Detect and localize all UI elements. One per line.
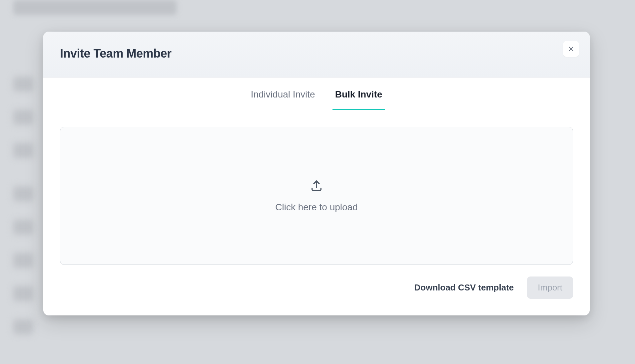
modal-footer: Download CSV template Import [43,276,590,315]
tab-bulk-invite[interactable]: Bulk Invite [335,78,382,110]
modal-header: Invite Team Member [43,32,590,78]
modal-title: Invite Team Member [60,47,573,61]
upload-dropzone[interactable]: Click here to upload [60,127,573,265]
tabs-container: Individual Invite Bulk Invite [43,78,590,110]
close-button[interactable] [563,41,579,57]
download-csv-template-link[interactable]: Download CSV template [414,282,514,293]
close-icon [567,45,575,53]
upload-icon [310,179,323,193]
import-button[interactable]: Import [527,276,573,299]
modal-body: Click here to upload [43,110,590,276]
upload-text: Click here to upload [275,202,357,213]
invite-team-member-modal: Invite Team Member Individual Invite Bul… [43,32,590,315]
tab-individual-invite[interactable]: Individual Invite [251,78,315,110]
